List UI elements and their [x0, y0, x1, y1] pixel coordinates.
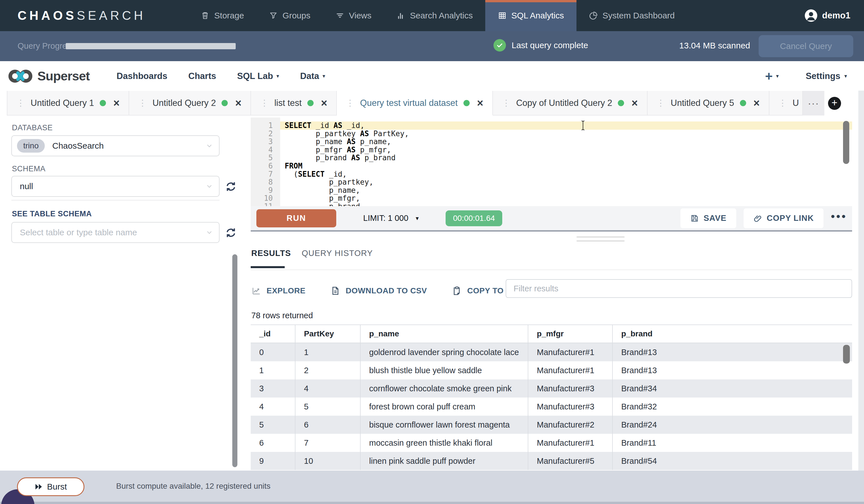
drag-handle-icon[interactable]: ⋮ [260, 98, 268, 108]
editor-scrollbar[interactable] [843, 121, 849, 164]
download-csv-button[interactable]: DOWNLOAD TO CSV [330, 286, 427, 296]
editor-codepane[interactable]: SELECT _id AS _id, p_partkey AS PartKey,… [280, 118, 852, 206]
table-row[interactable]: 12blush thistle blue yellow saddleManufa… [251, 361, 852, 379]
table-row[interactable]: 56bisque cornflower lawn forest magentaM… [251, 416, 852, 434]
refresh-schema-icon[interactable] [224, 180, 237, 193]
sqllab-main: 1234567891011 SELECT _id AS _id, p_partk… [251, 115, 852, 470]
caret-down-icon: ▾ [416, 215, 419, 221]
run-button[interactable]: RUN [256, 209, 336, 228]
close-icon[interactable]: × [235, 98, 241, 109]
refresh-tables-icon[interactable] [224, 226, 237, 239]
nav-item-sql-analytics[interactable]: SQL Analytics [485, 0, 576, 31]
query-tab-query-test-virtual-dataset[interactable]: ⋮Query test virtual dataset× [337, 91, 493, 115]
drag-handle-icon[interactable]: ⋮ [657, 98, 665, 108]
code-line: p_brand AS p_brand [285, 154, 852, 162]
table-scrollbar[interactable] [843, 345, 850, 364]
tab-query-history[interactable]: QUERY HISTORY [302, 249, 373, 258]
scanned-amount: 13.04 MB scanned [679, 41, 750, 50]
database-select[interactable]: trino ChaosSearch [11, 135, 219, 156]
superset-menu-data[interactable]: Data▾ [289, 71, 336, 81]
table-row[interactable]: 910linen pink saddle puff powderManufact… [251, 452, 852, 470]
tabs-divider [251, 270, 852, 270]
drag-handle-icon[interactable]: ⋮ [502, 98, 511, 108]
more-options-icon[interactable]: ••• [831, 214, 847, 223]
cancel-query-button[interactable]: Cancel Query [759, 35, 853, 57]
column-header[interactable]: p_brand [612, 325, 852, 343]
table-row[interactable]: 67moccasin green thistle khaki floralMan… [251, 434, 852, 452]
toolbar-right: SAVE COPY LINK ••• [681, 208, 847, 228]
burst-footer: Burst Burst compute available, 12 regist… [0, 470, 864, 504]
schema-value: null [20, 182, 33, 191]
table-grid-icon [498, 11, 507, 20]
query-tab-u[interactable]: ⋮U [769, 91, 803, 115]
sqllab-sidebar: DATABASE trino ChaosSearch SCHEMA null S… [0, 115, 227, 470]
sidebar-divider [11, 200, 219, 200]
pane-resize-handle[interactable] [576, 236, 625, 244]
nav-item-views[interactable]: Views [323, 0, 384, 31]
chaossearch-topnav: CHAOSSEARCH StorageGroupsViewsSearch Ana… [0, 0, 864, 31]
logo-bold: CHAOS [17, 9, 77, 23]
code-line: (SELECT _id, [285, 170, 852, 179]
query-tab-copy-of-untitled-query-2[interactable]: ⋮Copy of Untitled Query 2× [493, 91, 648, 115]
chevron-down-icon [205, 229, 213, 236]
code-line: p_name AS p_name, [285, 138, 852, 146]
nav-item-search-analytics[interactable]: Search Analytics [384, 0, 485, 31]
superset-menu-dashboards[interactable]: Dashboards [106, 71, 178, 81]
sql-editor[interactable]: 1234567891011 SELECT _id AS _id, p_partk… [251, 118, 852, 206]
query-tab-untitled-query-1[interactable]: ⋮Untitled Query 1× [7, 91, 129, 115]
superset-infinity-icon [7, 68, 33, 84]
save-button[interactable]: SAVE [681, 208, 736, 228]
status-dot [740, 100, 746, 106]
nav-item-groups[interactable]: Groups [256, 0, 323, 31]
tab-overflow-icon[interactable]: ··· [803, 91, 824, 115]
tab-results[interactable]: RESULTS [251, 249, 291, 258]
close-icon[interactable]: × [321, 98, 327, 109]
column-header[interactable]: _id [251, 325, 295, 343]
table-row[interactable]: 34cornflower chocolate smoke green pinkM… [251, 379, 852, 397]
schema-select[interactable]: null [11, 176, 219, 197]
drag-handle-icon[interactable]: ⋮ [16, 98, 25, 108]
code-line: FROM [285, 162, 852, 170]
table-row[interactable]: 45forest brown coral puff creamManufactu… [251, 397, 852, 416]
active-tab-underline [251, 266, 285, 268]
drag-handle-icon[interactable]: ⋮ [138, 98, 147, 108]
nav-item-system-dashboard[interactable]: System Dashboard [576, 0, 687, 31]
query-progress-bar [66, 43, 236, 49]
query-tab-list-test[interactable]: ⋮list test× [251, 91, 337, 115]
user-avatar-icon [804, 9, 817, 22]
storage-icon [201, 11, 209, 20]
close-icon[interactable]: × [477, 98, 483, 109]
table-row[interactable]: 01goldenrod lavender spring chocolate la… [251, 343, 852, 361]
user-menu[interactable]: demo1 [804, 0, 850, 31]
chevron-down-icon: ▾ [844, 73, 847, 79]
new-item-button[interactable]: +▾ [765, 69, 779, 84]
table-select[interactable]: Select table or type table name [11, 222, 219, 243]
superset-menu-charts[interactable]: Charts [178, 71, 227, 81]
filter-lines-icon [335, 11, 345, 20]
burst-button[interactable]: Burst [17, 477, 84, 496]
column-header[interactable]: p_mfgr [528, 325, 612, 343]
database-label: DATABASE [12, 123, 53, 132]
query-tab-untitled-query-2[interactable]: ⋮Untitled Query 2× [129, 91, 251, 115]
query-tab-untitled-query-5[interactable]: ⋮Untitled Query 5× [648, 91, 769, 115]
close-icon[interactable]: × [632, 98, 638, 109]
right-gutter [858, 90, 864, 470]
limit-dropdown[interactable]: LIMIT: 1 000 ▾ [363, 213, 419, 223]
column-header[interactable]: PartKey [295, 325, 360, 343]
filter-results-input[interactable] [506, 279, 852, 298]
settings-menu[interactable]: Settings▾ [806, 71, 847, 81]
close-icon[interactable]: × [113, 98, 120, 109]
explore-button[interactable]: EXPLORE [251, 286, 305, 296]
close-icon[interactable]: × [754, 98, 760, 109]
add-tab-button[interactable]: + [824, 91, 845, 115]
primary-nav: StorageGroupsViewsSearch AnalyticsSQL An… [188, 0, 687, 31]
column-header[interactable]: p_name [360, 325, 528, 343]
vertical-scrollbar[interactable] [232, 254, 237, 467]
nav-item-storage[interactable]: Storage [188, 0, 256, 31]
drag-handle-icon[interactable]: ⋮ [346, 98, 355, 108]
drag-handle-icon[interactable]: ⋮ [778, 98, 787, 108]
superset-menu-sql-lab[interactable]: SQL Lab▾ [227, 71, 289, 81]
superset-logo[interactable]: Superset [7, 68, 90, 84]
copy-link-button[interactable]: COPY LINK [744, 208, 824, 228]
schema-label: SCHEMA [12, 164, 46, 173]
